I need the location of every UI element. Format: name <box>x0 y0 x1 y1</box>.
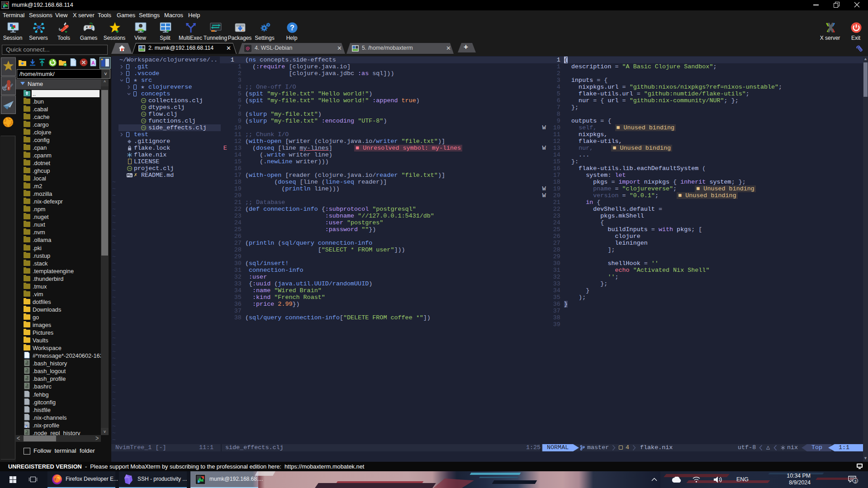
svg-text:?: ? <box>290 24 294 32</box>
svg-text:A: A <box>91 60 95 66</box>
svg-text:3: 3 <box>854 479 856 483</box>
